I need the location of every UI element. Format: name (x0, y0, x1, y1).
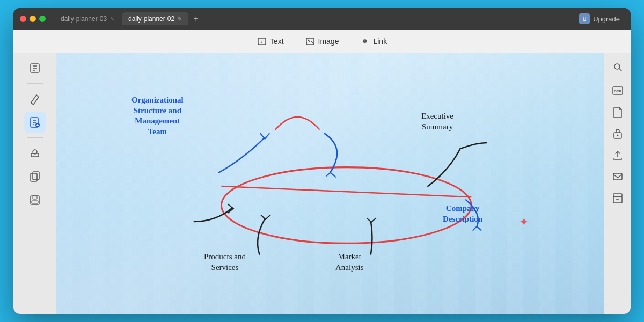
label-org-structure: OrganizationalStructure andManagementTea… (131, 95, 184, 137)
main-content: ✦ OrganizationalStructure andManagementT… (13, 53, 631, 314)
svg-rect-2 (306, 38, 314, 45)
avatar-initial: U (583, 16, 587, 22)
user-avatar: U (579, 13, 590, 24)
title-bar: daliy-planner-03 ✎ daliy-planner-02 ✎ + … (13, 8, 631, 30)
close-button[interactable] (20, 16, 26, 22)
search-icon[interactable] (608, 57, 627, 77)
add-tab-button[interactable]: + (189, 12, 202, 25)
label-executive-summary: ExecutiveSummary (421, 111, 453, 132)
image-label: Image (318, 37, 339, 46)
canvas-area[interactable]: ✦ OrganizationalStructure andManagementT… (56, 53, 604, 314)
svg-point-31 (617, 135, 618, 136)
svg-text:✦: ✦ (519, 215, 529, 229)
tab-edit-icon-1: ✎ (110, 16, 114, 22)
sidebar-divider-1 (27, 83, 43, 84)
tab-label-1: daliy-planner-03 (61, 15, 107, 23)
maximize-button[interactable] (39, 16, 46, 22)
svg-line-27 (619, 69, 621, 71)
svg-rect-21 (33, 196, 37, 199)
link-label: Link (373, 37, 387, 46)
ocr-icon[interactable]: OCR (608, 81, 627, 100)
sidebar-save-icon[interactable] (24, 189, 46, 211)
tab-bar: daliy-planner-03 ✎ daliy-planner-02 ✎ + (54, 12, 570, 25)
sidebar-note-icon[interactable] (24, 112, 46, 133)
archive-icon[interactable] (608, 188, 627, 208)
upgrade-label: Upgrade (593, 15, 620, 23)
svg-rect-22 (32, 201, 38, 203)
sidebar-stamp-icon[interactable] (24, 142, 46, 164)
svg-line-24 (222, 186, 472, 197)
lock-icon[interactable] (608, 124, 627, 143)
svg-rect-34 (613, 196, 622, 203)
link-icon (360, 36, 370, 46)
sidebar-pages-icon[interactable] (24, 57, 46, 79)
tab-label-2: daliy-planner-02 (128, 15, 174, 23)
label-company-description: CompanyDescription (443, 203, 482, 224)
label-products-services: Products andServices (204, 252, 246, 273)
tab-daliy-planner-03[interactable]: daliy-planner-03 ✎ (54, 12, 121, 25)
minimize-button[interactable] (30, 16, 36, 22)
app-window: daliy-planner-03 ✎ daliy-planner-02 ✎ + … (13, 8, 631, 314)
svg-text:T: T (261, 39, 264, 44)
toolbar: T Text Image Lin (13, 30, 631, 53)
sidebar-pen-icon[interactable] (24, 88, 46, 109)
toolbar-text[interactable]: T Text (253, 34, 288, 48)
toolbar-image[interactable]: Image (301, 34, 343, 48)
toolbar-link[interactable]: Link (356, 34, 391, 48)
svg-text:OCR: OCR (614, 90, 621, 93)
upload-icon[interactable] (608, 145, 627, 165)
image-icon (305, 36, 315, 46)
upgrade-button[interactable]: U Upgrade (575, 11, 624, 26)
sidebar-copy-icon[interactable] (24, 166, 46, 187)
svg-rect-32 (613, 173, 622, 180)
text-icon: T (257, 36, 267, 46)
traffic-lights (20, 16, 46, 22)
tab-daliy-planner-02[interactable]: daliy-planner-02 ✎ (122, 12, 188, 25)
text-label: Text (270, 37, 284, 46)
tab-edit-icon-2: ✎ (178, 16, 182, 22)
label-market-analysis: MarketAnalysis (335, 252, 364, 273)
drawing-layer: ✦ (56, 53, 604, 314)
right-sidebar: OCR (604, 53, 631, 314)
left-sidebar (13, 53, 56, 314)
sidebar-divider-2 (27, 137, 43, 138)
mail-icon[interactable] (608, 167, 627, 186)
document-icon[interactable] (608, 103, 627, 122)
